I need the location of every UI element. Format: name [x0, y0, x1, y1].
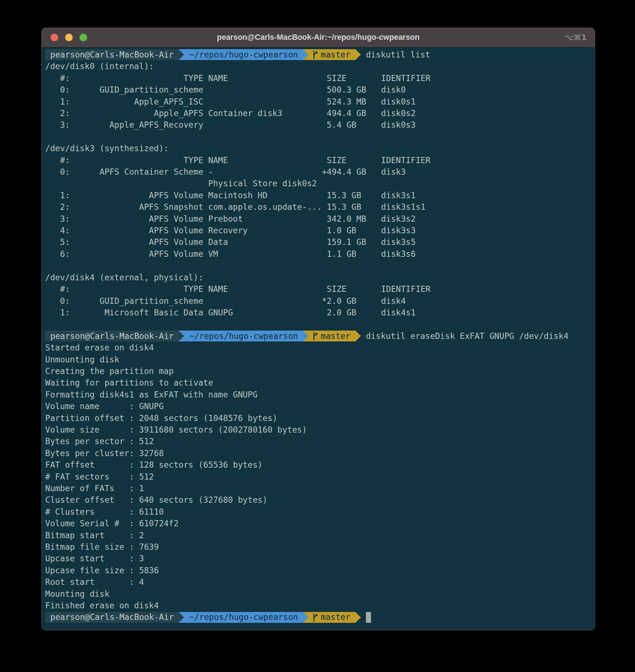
window-title: pearson@Carls-MacBook-Air:~/repos/hugo-c… — [217, 33, 419, 42]
terminal-output-block: /dev/disk0 (internal): #: TYPE NAME SIZE… — [45, 60, 591, 330]
powerline-separator-icon — [179, 49, 184, 60]
terminal-prompt: pearson@Carls-MacBook-Air~/repos/hugo-cw… — [45, 330, 591, 342]
command-text: diskutil list — [366, 49, 430, 60]
user-host-segment: pearson@Carls-MacBook-Air — [45, 331, 179, 341]
powerline-separator-icon — [303, 612, 308, 623]
terminal-prompt: pearson@Carls-MacBook-Air~/repos/hugo-cw… — [45, 611, 591, 623]
git-branch-label: master — [321, 611, 350, 623]
powerline-separator-icon — [355, 49, 361, 60]
powerline-separator-icon — [303, 49, 308, 60]
cwd-segment: ~/repos/hugo-cwpearson — [184, 612, 303, 623]
user-host-segment: pearson@Carls-MacBook-Air — [45, 612, 179, 623]
cwd-segment: ~/repos/hugo-cwpearson — [184, 331, 303, 341]
powerline-separator-icon — [179, 331, 184, 341]
terminal-window: pearson@Carls-MacBook-Air:~/repos/hugo-c… — [42, 28, 595, 630]
git-branch-icon — [312, 613, 318, 622]
powerline-separator-icon — [355, 612, 361, 623]
terminal-output-block: Started erase on disk4 Unmounting disk C… — [45, 342, 591, 611]
terminal-content[interactable]: pearson@Carls-MacBook-Air~/repos/hugo-cw… — [42, 47, 595, 623]
git-branch-label: master — [321, 49, 350, 60]
powerline-separator-icon — [179, 612, 184, 623]
window-titlebar[interactable]: pearson@Carls-MacBook-Air:~/repos/hugo-c… — [42, 28, 595, 47]
git-branch-icon — [312, 332, 318, 340]
powerline-separator-icon — [355, 331, 361, 341]
user-host-segment: pearson@Carls-MacBook-Air — [45, 49, 179, 60]
git-branch-segment: master — [308, 612, 355, 623]
cwd-segment: ~/repos/hugo-cwpearson — [184, 49, 303, 60]
window-shortcut-badge: ⌥⌘1 — [565, 28, 587, 47]
powerline-separator-icon — [303, 331, 308, 341]
minimize-button[interactable] — [65, 34, 73, 41]
zoom-button[interactable] — [80, 34, 87, 41]
git-branch-icon — [312, 50, 318, 59]
git-branch-segment: master — [308, 49, 355, 60]
traffic-lights — [51, 28, 87, 47]
command-text: diskutil eraseDisk ExFAT GNUPG /dev/disk… — [366, 330, 568, 342]
terminal-prompt: pearson@Carls-MacBook-Air~/repos/hugo-cw… — [45, 49, 591, 60]
close-button[interactable] — [51, 34, 58, 41]
git-branch-segment: master — [308, 331, 355, 341]
git-branch-label: master — [321, 330, 350, 342]
terminal-cursor[interactable] — [366, 612, 371, 623]
